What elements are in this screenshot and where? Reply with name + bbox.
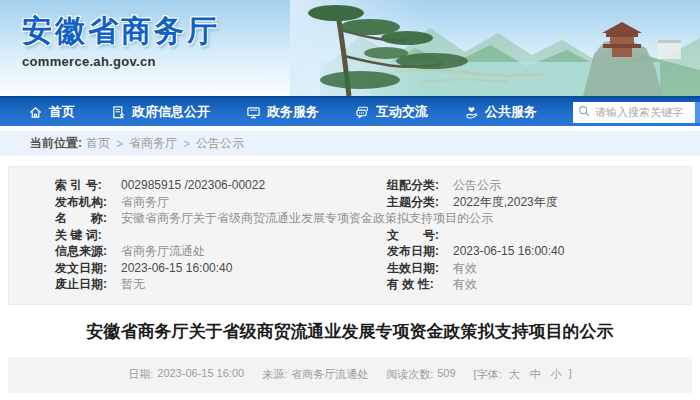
- site-title: 安徽省商务厅: [22, 11, 220, 52]
- nav-item-label: 政务服务: [267, 103, 319, 121]
- info-label: 有 效 性:: [387, 276, 453, 293]
- font-size-switcher: [字体: 大 中 小 ]: [474, 367, 572, 382]
- breadcrumb-separator: >: [116, 137, 123, 151]
- info-row: 发文日期:2023-06-15 16:00:40 生效日期:有效: [55, 260, 681, 277]
- nav-item-interaction[interactable]: 互动交流: [355, 103, 428, 121]
- info-label: 主题分类:: [387, 194, 453, 211]
- hand-heart-icon: [464, 105, 479, 120]
- font-switcher-prefix: [字体:: [474, 367, 502, 382]
- breadcrumb-separator: >: [183, 137, 190, 151]
- info-label: 发布机构:: [55, 194, 121, 211]
- info-value: 2022年度,2023年度: [453, 194, 558, 211]
- info-row: 发布机构:省商务厅 主题分类:2022年度,2023年度: [55, 194, 681, 211]
- nav-item-label: 首页: [49, 103, 75, 121]
- breadcrumb-announcements[interactable]: 公告公示: [196, 135, 244, 152]
- chat-icon: [355, 105, 370, 120]
- breadcrumb: 当前位置: 首页 > 省商务厅 > 公告公示: [0, 131, 700, 156]
- info-value: 安徽省商务厅关于省级商贸流通业发展专项资金政策拟支持项目的公示: [121, 210, 493, 227]
- site-url: commerce.ah.gov.cn: [22, 54, 220, 69]
- info-value: 公告公示: [453, 177, 501, 194]
- info-row: 废止日期:暂无 有 效 性:有效: [55, 276, 681, 293]
- article-source: 来源: 省商务厅流通处: [262, 367, 368, 382]
- info-label: 废止日期:: [55, 276, 121, 293]
- info-label: 发文日期:: [55, 260, 121, 277]
- source-label: 来源:: [262, 367, 287, 382]
- nav-item-home[interactable]: 首页: [28, 103, 75, 121]
- info-label: 信息来源:: [55, 243, 121, 260]
- font-switcher-suffix: ]: [569, 367, 572, 382]
- info-value: 有效: [453, 276, 477, 293]
- info-row: 索 引 号:002985915 /202306-00022 组配分类:公告公示: [55, 177, 681, 194]
- nav-item-label: 政府信息公开: [132, 103, 210, 121]
- document-info-panel: 索 引 号:002985915 /202306-00022 组配分类:公告公示 …: [8, 166, 692, 305]
- nav-item-label: 互动交流: [376, 103, 428, 121]
- breadcrumb-department[interactable]: 省商务厅: [129, 135, 177, 152]
- article-views: 阅读次数: 509: [386, 367, 455, 382]
- document-icon: [111, 105, 126, 120]
- article-date: 日期: 2023-06-15 16:00: [128, 367, 244, 382]
- font-size-medium[interactable]: 中: [530, 367, 541, 382]
- font-size-large[interactable]: 大: [509, 367, 520, 382]
- main-nav: 首页 政府信息公开 政务服务 互动交流 公共服务 搜索: [0, 96, 700, 126]
- site-header: 安徽省商务厅 commerce.ah.gov.cn: [0, 0, 700, 96]
- site-logo[interactable]: 安徽省商务厅 commerce.ah.gov.cn: [22, 11, 220, 69]
- info-label: 关 键 词:: [55, 227, 121, 244]
- home-icon: [28, 105, 43, 120]
- article-meta-bar: 日期: 2023-06-15 16:00 来源: 省商务厅流通处 阅读次数: 5…: [8, 357, 692, 393]
- info-row: 关 键 词: 文 号:: [55, 227, 681, 244]
- breadcrumb-prefix: 当前位置:: [30, 135, 82, 152]
- info-label: 名 称:: [55, 210, 121, 227]
- date-value: 2023-06-15 16:00: [157, 367, 244, 382]
- info-value: 省商务厅流通处: [121, 243, 205, 260]
- source-value: 省商务厅流通处: [291, 367, 368, 382]
- info-value: 暂无: [121, 276, 145, 293]
- info-label: 生效日期:: [387, 260, 453, 277]
- info-label: 文 号:: [387, 227, 453, 244]
- nav-item-public-services[interactable]: 公共服务: [464, 103, 537, 121]
- info-value: 2023-06-15 16:00:40: [121, 260, 232, 277]
- info-value: 002985915 /202306-00022: [121, 177, 265, 194]
- views-label: 阅读次数:: [386, 367, 433, 382]
- search-icon: [578, 103, 590, 121]
- info-value: 2023-06-15 16:00:40: [453, 243, 564, 260]
- search-button[interactable]: 搜索: [695, 102, 700, 123]
- info-value: 省商务厅: [121, 194, 169, 211]
- views-value: 509: [437, 367, 455, 382]
- info-row: 名 称:安徽省商务厅关于省级商贸流通业发展专项资金政策拟支持项目的公示: [55, 210, 681, 227]
- breadcrumb-home[interactable]: 首页: [86, 135, 110, 152]
- date-label: 日期:: [128, 367, 153, 382]
- nav-item-gov-info[interactable]: 政府信息公开: [111, 103, 210, 121]
- search-box: [573, 102, 695, 123]
- font-size-small[interactable]: 小: [551, 367, 562, 382]
- info-label: 组配分类:: [387, 177, 453, 194]
- nav-item-label: 公共服务: [485, 103, 537, 121]
- info-row: 信息来源:省商务厅流通处 发布日期:2023-06-15 16:00:40: [55, 243, 681, 260]
- article-title: 安徽省商务厅关于省级商贸流通业发展专项资金政策拟支持项目的公示: [0, 320, 700, 344]
- info-label: 索 引 号:: [55, 177, 121, 194]
- monitor-icon: [246, 105, 261, 120]
- info-label: 发布日期:: [387, 243, 453, 260]
- search-input[interactable]: [593, 105, 690, 119]
- nav-item-gov-services[interactable]: 政务服务: [246, 103, 319, 121]
- nav-search: 搜索: [573, 102, 700, 123]
- info-value: 有效: [453, 260, 477, 277]
